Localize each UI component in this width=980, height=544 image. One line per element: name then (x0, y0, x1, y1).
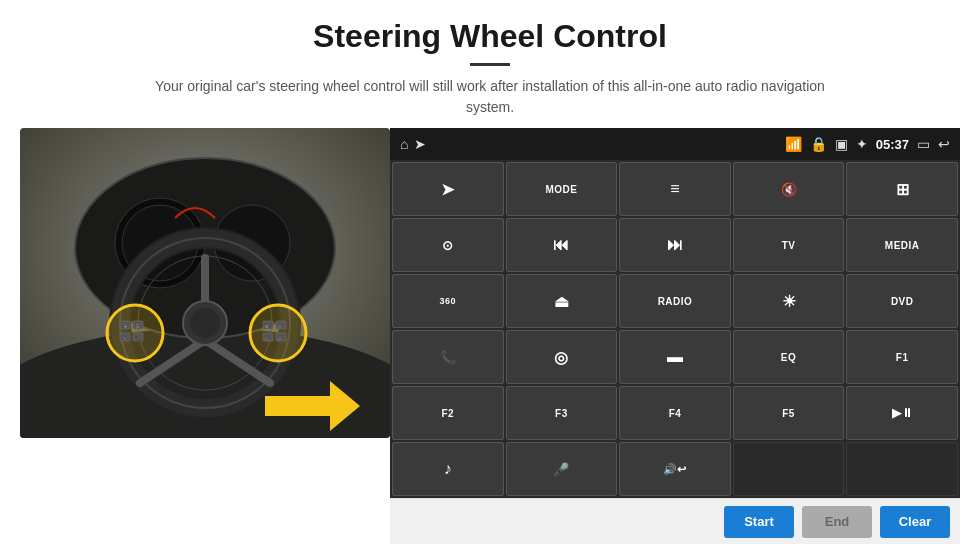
cast-icon: ▭ (917, 136, 930, 152)
btn-vol-back[interactable]: 🔊↩ (619, 442, 731, 496)
btn-music[interactable]: ♪ (392, 442, 504, 496)
btn-f5[interactable]: F5 (733, 386, 845, 440)
btn-360[interactable]: 360 (392, 274, 504, 328)
btn-f1[interactable]: F1 (846, 330, 958, 384)
subtitle-text: Your original car's steering wheel contr… (140, 76, 840, 118)
btn-apps[interactable]: ⊞ (846, 162, 958, 216)
btn-empty-2 (846, 442, 958, 496)
btn-empty-1 (733, 442, 845, 496)
svg-text:+: + (124, 323, 127, 329)
bluetooth-icon: ✦ (856, 136, 868, 152)
navigation-icon[interactable]: ➤ (414, 136, 426, 152)
clock-display: 05:37 (876, 137, 909, 152)
page-title: Steering Wheel Control (40, 18, 940, 55)
back-icon[interactable]: ↩ (938, 136, 950, 152)
btn-media[interactable]: MEDIA (846, 218, 958, 272)
btn-eq[interactable]: EQ (733, 330, 845, 384)
svg-text:⚙: ⚙ (265, 324, 269, 329)
btn-nav[interactable]: ➤ (392, 162, 504, 216)
btn-camera[interactable]: ⊙ (392, 218, 504, 272)
wifi-icon: 📶 (785, 136, 802, 152)
btn-tv[interactable]: TV (733, 218, 845, 272)
car-image: + - ☰ 📞 ⚙ ◇ ○ ◇ (20, 128, 390, 438)
btn-list[interactable]: ≡ (619, 162, 731, 216)
btn-f3[interactable]: F3 (506, 386, 618, 440)
bottom-action-bar: Start End Clear (390, 498, 960, 544)
btn-mode[interactable]: MODE (506, 162, 618, 216)
end-button[interactable]: End (802, 506, 872, 538)
lock-icon: 🔒 (810, 136, 827, 152)
start-button[interactable]: Start (724, 506, 794, 538)
svg-point-14 (190, 308, 220, 338)
btn-phone[interactable]: 📞 (392, 330, 504, 384)
btn-swirl[interactable]: ◎ (506, 330, 618, 384)
btn-next[interactable]: ⏭ (619, 218, 731, 272)
btn-mute[interactable]: 🔇 (733, 162, 845, 216)
panel-topbar: ⌂ ➤ 📶 🔒 ▣ ✦ 05:37 ▭ ↩ (390, 128, 960, 160)
home-icon[interactable]: ⌂ (400, 136, 408, 152)
clear-button[interactable]: Clear (880, 506, 950, 538)
btn-dvd[interactable]: DVD (846, 274, 958, 328)
btn-mic[interactable]: 🎤 (506, 442, 618, 496)
btn-brightness[interactable]: ☀ (733, 274, 845, 328)
title-divider (470, 63, 510, 66)
sd-icon: ▣ (835, 136, 848, 152)
btn-radio[interactable]: RADIO (619, 274, 731, 328)
btn-f2[interactable]: F2 (392, 386, 504, 440)
btn-f4[interactable]: F4 (619, 386, 731, 440)
button-grid: ➤ MODE ≡ 🔇 ⊞ ⊙ ⏮ ⏭ TV MEDIA 360 ⏏ RADIO … (390, 160, 960, 498)
btn-eject[interactable]: ⏏ (506, 274, 618, 328)
svg-text:☰: ☰ (136, 324, 140, 329)
btn-minus[interactable]: ▬ (619, 330, 731, 384)
svg-text:📞: 📞 (135, 335, 142, 342)
btn-prev[interactable]: ⏮ (506, 218, 618, 272)
control-panel: ⌂ ➤ 📶 🔒 ▣ ✦ 05:37 ▭ ↩ ➤ MODE ≡ (390, 128, 960, 544)
btn-playpause[interactable]: ▶⏸ (846, 386, 958, 440)
